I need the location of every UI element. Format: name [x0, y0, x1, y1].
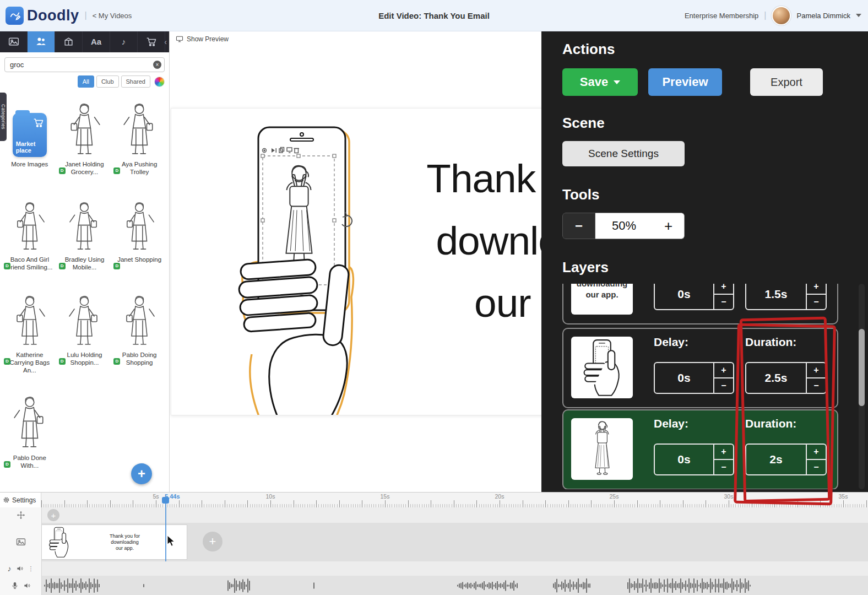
- hand-holding-phone-object[interactable]: [232, 123, 397, 415]
- delay-decrease-button[interactable]: −: [714, 378, 733, 393]
- club-badge: D: [59, 263, 66, 269]
- add-asset-button[interactable]: +: [131, 463, 152, 484]
- export-button[interactable]: Export: [750, 68, 823, 96]
- tab-text[interactable]: Aa: [83, 31, 110, 52]
- user-name[interactable]: Pamela Dimmick: [796, 12, 850, 20]
- timeline-reorder-row: +: [0, 507, 868, 523]
- character-sketch: [123, 202, 155, 252]
- delay-decrease-button[interactable]: −: [714, 295, 733, 309]
- library-item[interactable]: DJanet Holding Grocery...: [58, 100, 111, 186]
- duration-decrease-button[interactable]: −: [807, 460, 826, 474]
- marketplace-folder[interactable]: Market place: [13, 113, 47, 157]
- delay-value: 0s: [655, 363, 713, 393]
- duration-increase-button[interactable]: +: [807, 445, 826, 460]
- scene-text-line: downloading: [392, 209, 541, 272]
- page-title: Edit Video: Thank You Email: [378, 0, 490, 31]
- delay-increase-button[interactable]: +: [714, 363, 733, 378]
- library-item-label: Bradley Using Mobile...: [65, 256, 105, 271]
- doodly-logo[interactable]: Doodly: [6, 7, 79, 25]
- library-item[interactable]: DPablo Doing Shopping: [113, 290, 166, 385]
- library-item[interactable]: DPablo Done With...: [3, 393, 56, 480]
- zoom-in-button[interactable]: +: [653, 213, 685, 239]
- delay-decrease-button[interactable]: −: [714, 460, 733, 474]
- club-badge: D: [113, 167, 120, 174]
- add-scene-button-small[interactable]: +: [47, 509, 59, 521]
- delay-stepper: 0s +−: [654, 362, 734, 394]
- microphone-icon: [11, 582, 19, 589]
- timeline-settings[interactable]: Settings: [0, 493, 41, 507]
- layer-thumbnail: [571, 418, 633, 480]
- duration-decrease-button[interactable]: −: [807, 378, 826, 393]
- character-sketch: [67, 103, 101, 157]
- settings-label: Settings: [12, 496, 36, 504]
- character-grid: Market place More Images DJanet Holding …: [0, 88, 169, 480]
- scene-settings-button[interactable]: Scene Settings: [562, 141, 685, 166]
- save-button[interactable]: Save: [562, 68, 638, 96]
- zoom-out-button[interactable]: −: [562, 213, 595, 239]
- asset-sidebar: Aa ♪ ‹ × All Club Shared: [0, 31, 170, 492]
- filter-all[interactable]: All: [78, 75, 94, 88]
- monitor-icon: [176, 35, 183, 43]
- delay-label: Delay:: [654, 336, 688, 349]
- categories-flyout-tab[interactable]: Categories: [0, 93, 7, 141]
- tab-characters[interactable]: [28, 31, 55, 52]
- scene-track-header: [0, 523, 42, 561]
- chevron-down-icon[interactable]: [856, 14, 861, 17]
- zoom-control: − 50% +: [562, 213, 685, 239]
- filter-club[interactable]: Club: [96, 75, 119, 88]
- delay-increase-button[interactable]: +: [714, 445, 733, 460]
- tab-props[interactable]: [55, 31, 83, 52]
- layer-card-character-selected[interactable]: Delay: Duration: 0s +− 2s +−: [562, 409, 838, 489]
- filter-shared[interactable]: Shared: [121, 75, 150, 88]
- preview-button[interactable]: Preview: [648, 68, 722, 96]
- speaker-icon[interactable]: [16, 565, 24, 572]
- user-avatar[interactable]: [772, 6, 791, 25]
- duration-value: 1.5s: [746, 284, 806, 309]
- tools-heading: Tools: [562, 186, 599, 203]
- add-scene-button[interactable]: +: [203, 532, 223, 551]
- club-badge: D: [113, 263, 120, 269]
- layer-thumbnail: downloading our app.: [571, 284, 633, 315]
- tab-marketplace[interactable]: [138, 31, 165, 52]
- marketplace-label-2: place: [16, 147, 35, 154]
- marketplace-tile[interactable]: Market place More Images: [3, 100, 56, 186]
- collapse-sidebar-button[interactable]: ‹: [162, 31, 169, 52]
- library-item[interactable]: DBradley Using Mobile...: [58, 195, 111, 282]
- library-item[interactable]: DJanet Shopping: [113, 195, 166, 282]
- move-scenes-control[interactable]: [0, 507, 42, 523]
- video-canvas[interactable]: Thank you for downloading our app.: [171, 108, 541, 415]
- library-item[interactable]: DKatherine Carrying Bags An...: [3, 290, 56, 385]
- layer-card-text[interactable]: downloading our app. 0s +− 1.5s +−: [562, 284, 838, 324]
- back-to-my-videos-link[interactable]: < My Videos: [93, 12, 132, 20]
- delay-stepper: 0s +−: [654, 443, 734, 475]
- duration-increase-button[interactable]: +: [807, 363, 826, 378]
- tab-sounds[interactable]: ♪: [110, 31, 138, 52]
- delay-value: 0s: [655, 284, 713, 309]
- show-preview-toggle[interactable]: Show Preview: [176, 35, 229, 43]
- tab-images[interactable]: [0, 31, 28, 52]
- save-dropdown-caret-icon[interactable]: [614, 80, 620, 84]
- layer-card-phone[interactable]: Delay: Duration: 0s +− 2.5s +−: [562, 328, 838, 408]
- voice-waveform: [41, 576, 868, 595]
- speaker-icon[interactable]: [23, 582, 31, 589]
- delay-increase-button[interactable]: +: [714, 284, 733, 295]
- marketplace-label-1: Market: [16, 140, 35, 147]
- library-item[interactable]: DLulu Holding Shoppin...: [58, 290, 111, 385]
- hand-sketch: [238, 259, 349, 415]
- track-menu-icon[interactable]: ⋮: [28, 565, 34, 572]
- asset-search-input[interactable]: [4, 57, 165, 72]
- cart-icon: [33, 117, 44, 128]
- thumb-text-line: our app.: [571, 289, 633, 300]
- library-item[interactable]: DBaco And Girl Friend Smiling...: [3, 195, 56, 282]
- library-item[interactable]: DAya Pushing Trolley: [113, 100, 166, 186]
- duration-increase-button[interactable]: +: [807, 284, 826, 295]
- color-filter-icon[interactable]: [154, 77, 165, 87]
- duration-decrease-button[interactable]: −: [807, 295, 826, 309]
- move-icon: [17, 511, 25, 520]
- library-item-label: Baco And Girl Friend Smiling...: [7, 256, 52, 271]
- layers-scrollbar-thumb[interactable]: [859, 329, 865, 406]
- ruler-label: 5s: [153, 493, 159, 500]
- club-badge: D: [4, 263, 10, 269]
- scene-text[interactable]: Thank you for downloading our app.: [392, 147, 541, 334]
- clear-search-icon[interactable]: ×: [153, 61, 161, 69]
